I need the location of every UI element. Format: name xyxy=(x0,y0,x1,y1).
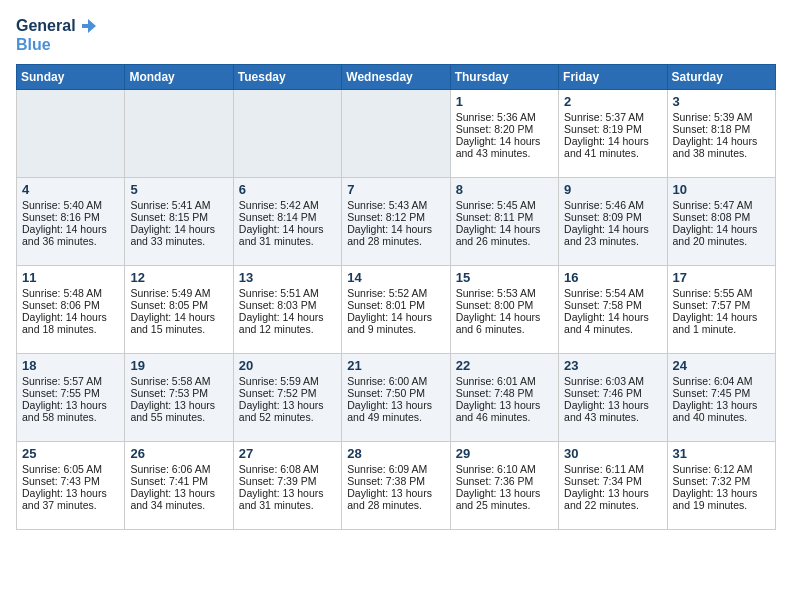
day-info-line: Sunset: 8:03 PM xyxy=(239,299,336,311)
calendar-cell: 26Sunrise: 6:06 AMSunset: 7:41 PMDayligh… xyxy=(125,441,233,529)
day-info-line: Sunset: 7:39 PM xyxy=(239,475,336,487)
day-header-tuesday: Tuesday xyxy=(233,64,341,89)
calendar-cell: 19Sunrise: 5:58 AMSunset: 7:53 PMDayligh… xyxy=(125,353,233,441)
day-number: 4 xyxy=(22,182,119,197)
day-info-line: Sunrise: 6:08 AM xyxy=(239,463,336,475)
calendar-cell: 10Sunrise: 5:47 AMSunset: 8:08 PMDayligh… xyxy=(667,177,775,265)
day-info-line: Daylight: 14 hours xyxy=(456,223,553,235)
day-info-line: Daylight: 14 hours xyxy=(456,135,553,147)
calendar-cell: 14Sunrise: 5:52 AMSunset: 8:01 PMDayligh… xyxy=(342,265,450,353)
calendar-cell: 1Sunrise: 5:36 AMSunset: 8:20 PMDaylight… xyxy=(450,89,558,177)
day-info-line: Sunset: 7:55 PM xyxy=(22,387,119,399)
day-info-line: Daylight: 14 hours xyxy=(347,223,444,235)
day-info-line: Daylight: 14 hours xyxy=(456,311,553,323)
day-info-line: Daylight: 13 hours xyxy=(239,399,336,411)
day-info-line: and 18 minutes. xyxy=(22,323,119,335)
day-info-line: Daylight: 14 hours xyxy=(239,311,336,323)
day-info-line: Sunrise: 5:47 AM xyxy=(673,199,770,211)
day-info-line: Sunrise: 6:10 AM xyxy=(456,463,553,475)
day-info-line: Sunrise: 6:12 AM xyxy=(673,463,770,475)
day-info-line: and 9 minutes. xyxy=(347,323,444,335)
day-info-line: Sunrise: 5:53 AM xyxy=(456,287,553,299)
day-info-line: Daylight: 14 hours xyxy=(564,135,661,147)
day-info-line: Sunrise: 5:52 AM xyxy=(347,287,444,299)
day-info-line: Sunset: 8:15 PM xyxy=(130,211,227,223)
day-info-line: Sunrise: 5:59 AM xyxy=(239,375,336,387)
day-info-line: Daylight: 13 hours xyxy=(22,399,119,411)
day-info-line: and 20 minutes. xyxy=(673,235,770,247)
logo-arrow-icon xyxy=(78,16,98,36)
header-row: SundayMondayTuesdayWednesdayThursdayFrid… xyxy=(17,64,776,89)
calendar-cell: 15Sunrise: 5:53 AMSunset: 8:00 PMDayligh… xyxy=(450,265,558,353)
day-info-line: and 34 minutes. xyxy=(130,499,227,511)
day-number: 23 xyxy=(564,358,661,373)
day-number: 2 xyxy=(564,94,661,109)
day-info-line: and 49 minutes. xyxy=(347,411,444,423)
day-info-line: and 28 minutes. xyxy=(347,499,444,511)
day-info-line: Sunrise: 5:45 AM xyxy=(456,199,553,211)
day-info-line: Sunrise: 6:03 AM xyxy=(564,375,661,387)
day-number: 10 xyxy=(673,182,770,197)
day-number: 1 xyxy=(456,94,553,109)
day-info-line: and 40 minutes. xyxy=(673,411,770,423)
calendar-cell: 5Sunrise: 5:41 AMSunset: 8:15 PMDaylight… xyxy=(125,177,233,265)
calendar-cell xyxy=(233,89,341,177)
day-info-line: Daylight: 14 hours xyxy=(564,223,661,235)
day-info-line: and 25 minutes. xyxy=(456,499,553,511)
day-number: 16 xyxy=(564,270,661,285)
day-info-line: Sunrise: 6:11 AM xyxy=(564,463,661,475)
day-number: 14 xyxy=(347,270,444,285)
day-info-line: Sunrise: 5:51 AM xyxy=(239,287,336,299)
calendar-cell: 11Sunrise: 5:48 AMSunset: 8:06 PMDayligh… xyxy=(17,265,125,353)
calendar-cell: 31Sunrise: 6:12 AMSunset: 7:32 PMDayligh… xyxy=(667,441,775,529)
day-info-line: Sunrise: 5:36 AM xyxy=(456,111,553,123)
week-row-1: 1Sunrise: 5:36 AMSunset: 8:20 PMDaylight… xyxy=(17,89,776,177)
day-info-line: Daylight: 13 hours xyxy=(673,399,770,411)
day-info-line: and 4 minutes. xyxy=(564,323,661,335)
day-info-line: Daylight: 14 hours xyxy=(22,311,119,323)
day-info-line: Sunrise: 5:37 AM xyxy=(564,111,661,123)
day-info-line: and 26 minutes. xyxy=(456,235,553,247)
day-info-line: Sunrise: 5:46 AM xyxy=(564,199,661,211)
calendar-cell: 12Sunrise: 5:49 AMSunset: 8:05 PMDayligh… xyxy=(125,265,233,353)
day-number: 26 xyxy=(130,446,227,461)
day-header-sunday: Sunday xyxy=(17,64,125,89)
day-header-saturday: Saturday xyxy=(667,64,775,89)
day-info-line: and 1 minute. xyxy=(673,323,770,335)
day-info-line: and 36 minutes. xyxy=(22,235,119,247)
day-info-line: Sunrise: 5:58 AM xyxy=(130,375,227,387)
calendar-cell: 28Sunrise: 6:09 AMSunset: 7:38 PMDayligh… xyxy=(342,441,450,529)
logo: General Blue xyxy=(16,16,98,54)
day-info-line: Daylight: 14 hours xyxy=(673,311,770,323)
day-info-line: Sunset: 8:12 PM xyxy=(347,211,444,223)
week-row-3: 11Sunrise: 5:48 AMSunset: 8:06 PMDayligh… xyxy=(17,265,776,353)
day-number: 5 xyxy=(130,182,227,197)
day-info-line: Sunrise: 5:41 AM xyxy=(130,199,227,211)
day-number: 3 xyxy=(673,94,770,109)
day-info-line: and 31 minutes. xyxy=(239,499,336,511)
day-info-line: Daylight: 13 hours xyxy=(456,399,553,411)
day-info-line: Sunset: 7:57 PM xyxy=(673,299,770,311)
calendar-cell: 24Sunrise: 6:04 AMSunset: 7:45 PMDayligh… xyxy=(667,353,775,441)
day-info-line: Sunset: 8:11 PM xyxy=(456,211,553,223)
day-info-line: Sunset: 7:38 PM xyxy=(347,475,444,487)
day-number: 28 xyxy=(347,446,444,461)
day-header-friday: Friday xyxy=(559,64,667,89)
day-number: 22 xyxy=(456,358,553,373)
day-info-line: and 31 minutes. xyxy=(239,235,336,247)
calendar-cell: 6Sunrise: 5:42 AMSunset: 8:14 PMDaylight… xyxy=(233,177,341,265)
day-info-line: Daylight: 14 hours xyxy=(673,223,770,235)
day-number: 8 xyxy=(456,182,553,197)
day-info-line: Sunrise: 6:06 AM xyxy=(130,463,227,475)
day-info-line: Sunset: 7:43 PM xyxy=(22,475,119,487)
day-info-line: Sunset: 8:18 PM xyxy=(673,123,770,135)
day-info-line: and 23 minutes. xyxy=(564,235,661,247)
week-row-2: 4Sunrise: 5:40 AMSunset: 8:16 PMDaylight… xyxy=(17,177,776,265)
day-info-line: and 37 minutes. xyxy=(22,499,119,511)
day-info-line: Daylight: 14 hours xyxy=(22,223,119,235)
day-info-line: Sunset: 7:48 PM xyxy=(456,387,553,399)
day-info-line: Daylight: 14 hours xyxy=(564,311,661,323)
day-info-line: Sunrise: 5:49 AM xyxy=(130,287,227,299)
day-info-line: Daylight: 14 hours xyxy=(347,311,444,323)
day-info-line: Sunset: 7:41 PM xyxy=(130,475,227,487)
